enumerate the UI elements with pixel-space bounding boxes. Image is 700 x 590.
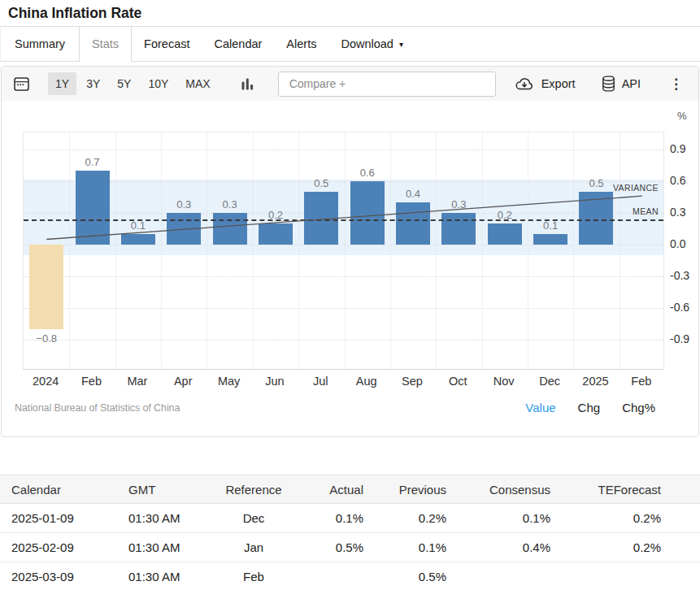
api-button[interactable]: API xyxy=(602,76,641,92)
range-5y[interactable]: 5Y xyxy=(110,72,138,95)
cell-calendar: 2025-02-09 xyxy=(0,533,128,562)
cell-calendar: 2025-01-09 xyxy=(0,504,128,533)
api-label: API xyxy=(622,77,641,90)
tab-forecast-label: Forecast xyxy=(144,37,189,50)
x-axis-label-may-4: May xyxy=(206,375,251,388)
trend-line xyxy=(24,132,665,371)
tab-alerts-label: Alerts xyxy=(286,37,316,50)
series-link-chg[interactable]: Chg xyxy=(578,401,601,414)
database-icon xyxy=(602,76,615,92)
cell-actual xyxy=(282,562,363,590)
tab-summary-label: Summary xyxy=(15,37,65,50)
bar-chart-icon xyxy=(241,76,254,92)
cell-teforecast: 0.2% xyxy=(550,533,700,562)
col-header-previous: Previous xyxy=(363,475,446,504)
x-axis-label-feb-1: Feb xyxy=(68,375,114,388)
export-button[interactable]: Export xyxy=(515,77,576,91)
chart-type-button[interactable] xyxy=(241,76,254,92)
chart-footer: National Bureau of Statistics of China V… xyxy=(2,387,698,436)
range-1y[interactable]: 1Y xyxy=(48,72,76,95)
cell-gmt: 01:30 AM xyxy=(128,533,225,562)
y-axis-tick-label: 0.9 xyxy=(670,142,699,155)
x-axis-label-jun-5: Jun xyxy=(252,375,298,388)
col-header-teforecast: TEForecast xyxy=(550,475,700,504)
cell-previous: 0.2% xyxy=(363,504,446,533)
cell-consensus xyxy=(446,562,550,590)
tab-calendar[interactable]: Calendar xyxy=(202,27,275,62)
chart-panel: 1Y 3Y 5Y 10Y MAX xyxy=(1,66,699,437)
x-axis-label-sep-8: Sep xyxy=(389,375,435,388)
x-axis-label-feb-13: Feb xyxy=(619,375,664,388)
x-axis-label-jul-6: Jul xyxy=(298,375,343,388)
cell-calendar: 2025-03-09 xyxy=(0,562,128,590)
col-header-actual: Actual xyxy=(282,475,363,504)
y-axis-tick-label: 0.6 xyxy=(670,174,699,187)
x-axis-label-mar-2: Mar xyxy=(115,375,160,388)
mean-annotation: MEAN xyxy=(633,206,659,216)
cell-gmt: 01:30 AM xyxy=(128,504,225,533)
cell-consensus: 0.1% xyxy=(446,504,550,533)
chart-toolbar: 1Y 3Y 5Y 10Y MAX xyxy=(2,67,698,101)
x-axis-label-aug-7: Aug xyxy=(344,375,389,388)
cell-previous: 0.5% xyxy=(363,562,446,590)
tab-summary[interactable]: Summary xyxy=(0,27,80,62)
cell-previous: 0.1% xyxy=(363,533,446,562)
x-axis-label-2024-0: 2024 xyxy=(23,375,68,388)
plot-area: −0.80.70.10.30.30.20.50.60.40.30.20.10.5… xyxy=(23,132,664,370)
cell-reference: Dec xyxy=(225,504,282,533)
calendar-table: CalendarGMTReferenceActualPreviousConsen… xyxy=(0,475,700,590)
date-range-picker-button[interactable] xyxy=(13,76,30,93)
calendar-icon xyxy=(13,76,30,93)
source-attribution: National Bureau of Statistics of China xyxy=(15,402,180,414)
x-axis-label-dec-11: Dec xyxy=(527,375,572,388)
kebab-menu-icon[interactable]: ⋮ xyxy=(667,76,685,93)
y-axis-tick-label: 0.0 xyxy=(670,237,699,250)
cell-actual: 0.5% xyxy=(282,533,363,562)
cell-consensus: 0.4% xyxy=(446,533,550,562)
tab-forecast[interactable]: Forecast xyxy=(132,27,202,62)
cell-reference: Jan xyxy=(225,533,282,562)
tab-download-label: Download xyxy=(341,37,393,50)
header-row: CalendarGMTReferenceActualPreviousConsen… xyxy=(0,475,700,504)
x-axis-label-oct-9: Oct xyxy=(435,375,480,388)
range-3y[interactable]: 3Y xyxy=(79,72,107,95)
y-axis-tick-label: -0.3 xyxy=(670,269,699,282)
cell-reference: Feb xyxy=(225,562,282,590)
y-axis-tick-label: -0.6 xyxy=(670,301,699,314)
x-axis-label-2025-12: 2025 xyxy=(572,375,618,388)
tab-download[interactable]: Download ▾ xyxy=(328,27,415,62)
y-axis-tick-label: -0.9 xyxy=(670,332,699,345)
compare-input[interactable] xyxy=(278,72,496,97)
col-header-consensus: Consensus xyxy=(446,475,550,504)
calendar-table-head: CalendarGMTReferenceActualPreviousConsen… xyxy=(0,475,700,504)
tab-alerts[interactable]: Alerts xyxy=(274,27,328,62)
tab-bar-filler xyxy=(415,27,700,62)
x-axis-label-apr-3: Apr xyxy=(160,375,206,388)
x-axis-label-nov-10: Nov xyxy=(481,375,527,388)
cell-gmt: 01:30 AM xyxy=(128,562,225,590)
series-link-chgpct[interactable]: Chg% xyxy=(622,401,655,414)
range-10y[interactable]: 10Y xyxy=(141,72,176,95)
table-row-1[interactable]: 2025-02-0901:30 AMJan0.5%0.1%0.4%0.2% xyxy=(0,533,700,562)
y-axis-unit: % xyxy=(677,110,687,122)
cell-teforecast xyxy=(550,562,700,590)
cell-teforecast: 0.2% xyxy=(550,504,700,533)
tab-bar: Summary Stats Forecast Calendar Alerts D… xyxy=(0,26,700,62)
tab-stats[interactable]: Stats xyxy=(80,27,132,62)
tab-stats-label: Stats xyxy=(92,37,119,50)
cell-actual: 0.1% xyxy=(282,504,363,533)
variance-annotation: VARIANCE xyxy=(613,183,659,193)
chart-area: % −0.80.70.10.30.30.20.50.60.40.30.20.10… xyxy=(2,101,698,387)
table-row-2[interactable]: 2025-03-0901:30 AMFeb0.5% xyxy=(0,562,700,590)
table-row-0[interactable]: 2025-01-0901:30 AMDec0.1%0.2%0.1%0.2% xyxy=(0,504,700,533)
series-links: Value Chg Chg% xyxy=(525,401,685,414)
tab-calendar-label: Calendar xyxy=(215,37,263,50)
export-label: Export xyxy=(541,77,576,90)
range-max[interactable]: MAX xyxy=(178,72,217,95)
y-axis-tick-label: 0.3 xyxy=(670,206,699,219)
col-header-calendar: Calendar xyxy=(0,475,128,504)
range-selector: 1Y 3Y 5Y 10Y MAX xyxy=(48,72,220,95)
series-link-value[interactable]: Value xyxy=(525,401,555,414)
col-header-reference: Reference xyxy=(225,475,282,504)
caret-down-icon: ▾ xyxy=(399,40,403,49)
